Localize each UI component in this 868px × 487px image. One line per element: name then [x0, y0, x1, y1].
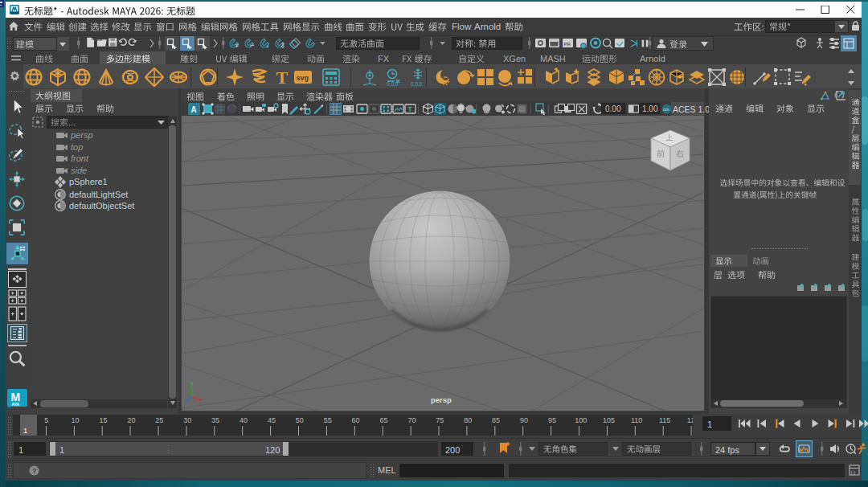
svg-text:0,0,0: 0,0,0 — [387, 81, 399, 87]
svg-text:105: 105 — [603, 416, 615, 424]
svg-text:A: A — [191, 105, 197, 114]
svg-text:persp: persp — [431, 395, 452, 404]
svg-text:100: 100 — [575, 416, 587, 424]
svg-text:T: T — [276, 68, 289, 87]
svg-text:95: 95 — [548, 416, 556, 424]
svg-text:90: 90 — [520, 416, 528, 424]
svg-text:30: 30 — [183, 416, 191, 424]
svg-text:120: 120 — [687, 416, 693, 424]
svg-text:25: 25 — [155, 416, 163, 424]
svg-text:cm: cm — [663, 107, 669, 112]
svg-text:85: 85 — [492, 416, 500, 424]
svg-text:{;}: {;} — [851, 470, 856, 475]
svg-text:PR: PR — [564, 42, 571, 47]
svg-text:15: 15 — [100, 416, 108, 424]
svg-text:0,0,0: 0,0,0 — [411, 81, 423, 87]
svg-text:110: 110 — [631, 416, 642, 424]
svg-text:55: 55 — [324, 416, 332, 424]
svg-text:40: 40 — [240, 416, 248, 424]
svg-text:?: ? — [32, 467, 37, 475]
svg-text:10: 10 — [72, 416, 80, 424]
svg-text:svg: svg — [296, 74, 309, 82]
svg-text:5: 5 — [44, 416, 48, 424]
svg-text:45: 45 — [268, 416, 276, 424]
svg-text:50: 50 — [296, 416, 304, 424]
svg-text:20: 20 — [127, 416, 135, 424]
svg-text:60: 60 — [352, 416, 360, 424]
svg-text:65: 65 — [380, 416, 388, 424]
svg-text:AYA: AYA — [12, 402, 20, 407]
svg-text:115: 115 — [659, 416, 670, 424]
svg-text:70: 70 — [407, 416, 416, 424]
svg-text:T: T — [408, 105, 413, 113]
svg-text:80: 80 — [464, 416, 472, 424]
svg-text:y: y — [190, 380, 194, 387]
svg-text:75: 75 — [436, 416, 444, 424]
svg-text:35: 35 — [211, 416, 219, 424]
